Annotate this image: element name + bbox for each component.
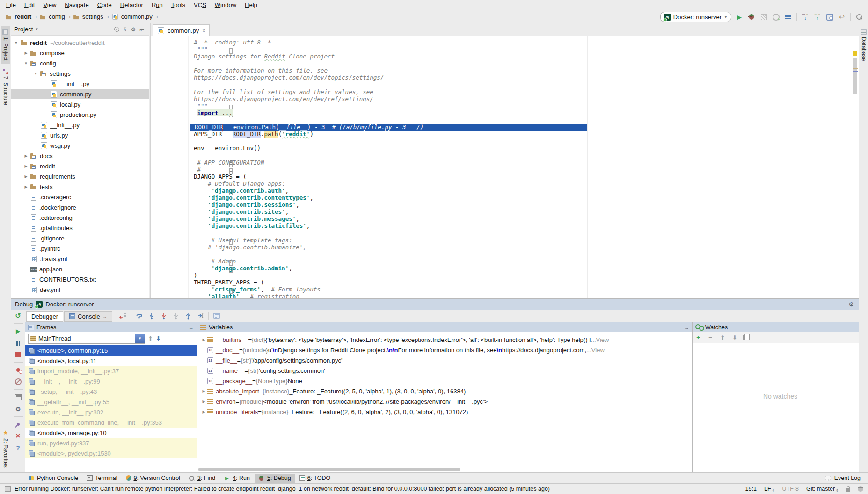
stripe-button-2-favorites[interactable]: 2: Favorites xyxy=(1,428,10,471)
status-message[interactable]: Error running Docker: runserver: Can't r… xyxy=(15,486,550,492)
menu-file[interactable]: File xyxy=(2,0,20,10)
tree-collapsed-arrow-icon[interactable]: ▶ xyxy=(22,154,30,158)
stripe-button-1-project[interactable]: 1: Project xyxy=(1,26,10,64)
code-line-5[interactable]: For more information on this file, see xyxy=(151,67,852,74)
tree-item-tests[interactable]: ▶tests xyxy=(11,182,149,192)
tree-item-.dockerignore[interactable]: .dockerignore xyxy=(11,202,149,212)
variable-row-__doc__[interactable]: __doc__ = {unicode} u'\nDjango settings … xyxy=(197,345,692,355)
toolwindow-toggle-icon[interactable] xyxy=(5,486,11,492)
tree-item-wsgi.py[interactable]: wsgi.py xyxy=(11,140,149,151)
stripe-button-database[interactable]: Database xyxy=(860,26,868,64)
next-frame-icon[interactable]: ⬇ xyxy=(156,335,161,342)
collapse-all-icon[interactable]: ⊼ xyxy=(121,25,129,34)
git-branch[interactable]: Git: master▲▼ xyxy=(806,486,839,492)
resume-icon[interactable] xyxy=(14,327,22,335)
lock-icon[interactable] xyxy=(846,488,850,492)
expand-arrow-icon[interactable]: ▶ xyxy=(200,410,207,414)
code-line-2[interactable]: −""" xyxy=(151,46,852,53)
file-encoding[interactable]: UTF-8 xyxy=(782,486,799,492)
tree-item-requirements[interactable]: ▶requirements xyxy=(11,171,149,182)
frame-row[interactable]: _setup, __init__.py:43 xyxy=(25,386,197,397)
code-line-9[interactable]: https://docs.djangoproject.com/en/dev/re… xyxy=(151,95,852,102)
code-line-36[interactable]: − 'crispy_forms', # Form layouts xyxy=(151,286,852,293)
tree-item-reddit[interactable]: ▼reddit~/cookiecutter/reddit xyxy=(11,37,149,48)
hide-panel-icon[interactable] xyxy=(138,25,146,34)
code-line-7[interactable] xyxy=(151,81,852,88)
frame-row[interactable]: <module>, pydevd.py:1530 xyxy=(25,448,197,458)
pin-arrow-icon[interactable]: → xyxy=(684,325,689,330)
tree-item-__init__.py[interactable]: __init__.py xyxy=(11,79,149,89)
locate-icon[interactable] xyxy=(112,25,121,34)
frame-row[interactable]: <module>, common.py:15 xyxy=(25,345,197,356)
undo-icon[interactable] xyxy=(837,12,847,22)
code-line-35[interactable]: THIRD_PARTY_APPS = ( xyxy=(151,279,852,286)
step-out-icon[interactable] xyxy=(182,311,194,321)
pause-icon[interactable] xyxy=(14,339,22,347)
code-line-1[interactable]: # -*- coding: utf-8 -*- xyxy=(151,39,852,46)
variable-row-__builtins__[interactable]: ▶__builtins__ = {dict} {'bytearray': <ty… xyxy=(197,334,692,345)
move-down-icon[interactable]: ⬇ xyxy=(731,334,738,341)
toolwindow-button-5-debug[interactable]: 5: Debug xyxy=(255,474,295,483)
step-into-icon[interactable] xyxy=(146,311,157,321)
code-line-11[interactable]: +import ... xyxy=(151,109,852,116)
inspection-status-icon[interactable] xyxy=(853,51,857,56)
vcs-update-icon[interactable]: VCS↓ xyxy=(800,12,810,22)
tree-item-docs[interactable]: ▶docs xyxy=(11,151,149,161)
coverage-icon[interactable] xyxy=(759,12,769,22)
tree-item-compose[interactable]: ▶compose xyxy=(11,48,149,58)
tree-collapsed-arrow-icon[interactable]: ▶ xyxy=(22,174,30,179)
code-line-27[interactable]: 'django.contrib.staticfiles', xyxy=(151,222,852,229)
run-configuration-select[interactable]: dj Docker: runserver ▼ xyxy=(660,12,731,22)
stop-icon[interactable] xyxy=(14,350,22,359)
evaluate-expression-icon[interactable] xyxy=(211,311,222,321)
expand-arrow-icon[interactable]: ▶ xyxy=(200,389,207,393)
tree-item-local.py[interactable]: local.py xyxy=(11,99,149,109)
add-watch-icon[interactable]: + xyxy=(694,334,702,341)
remove-watch-icon[interactable]: − xyxy=(707,334,714,341)
mute-breakpoints-icon[interactable] xyxy=(14,378,22,386)
toolwindow-button-6-todo[interactable]: 6: TODO xyxy=(296,474,335,483)
rerun-icon[interactable] xyxy=(14,312,22,320)
menu-code[interactable]: Code xyxy=(93,0,116,10)
chevron-down-icon[interactable]: ▼ xyxy=(135,334,145,343)
toolwindow-button-terminal[interactable]: Terminal xyxy=(83,474,121,483)
frame-row[interactable]: import_module, __init__.py:37 xyxy=(25,366,197,376)
close-icon[interactable] xyxy=(14,432,22,440)
menu-edit[interactable]: Edit xyxy=(20,0,39,10)
toolwindow-button-3-find[interactable]: 3: Find xyxy=(185,474,219,483)
breadcrumb-reddit[interactable]: reddit› xyxy=(5,13,37,21)
settings-icon[interactable] xyxy=(14,405,22,413)
tree-item-settings[interactable]: ▼settings xyxy=(11,68,149,79)
gear-icon[interactable] xyxy=(848,301,854,308)
tree-item-production.py[interactable]: production.py xyxy=(11,109,149,120)
menu-tools[interactable]: Tools xyxy=(167,0,190,10)
line-separator-indicator[interactable]: LF▲▼ xyxy=(764,486,775,492)
code-line-34[interactable]: ) xyxy=(151,272,852,279)
view-link[interactable]: View xyxy=(596,336,609,343)
toolwindow-button-4-run[interactable]: 4: Run xyxy=(220,474,254,483)
tree-expanded-arrow-icon[interactable]: ▼ xyxy=(12,41,20,45)
thread-select[interactable]: MainThread ▼ xyxy=(28,334,145,344)
editor-scrollbar[interactable] xyxy=(852,50,858,298)
code-line-37[interactable]: 'allauth', # registration xyxy=(151,293,852,298)
code-area[interactable]: # -*- coding: utf-8 -*-−"""Django settin… xyxy=(151,36,859,298)
history-icon[interactable] xyxy=(824,12,835,22)
tree-item-CONTRIBUTORS.txt[interactable]: CONTRIBUTORS.txt xyxy=(11,274,149,284)
pin-icon[interactable] xyxy=(14,420,22,429)
previous-frame-icon[interactable]: ⬆ xyxy=(148,335,153,342)
frame-row[interactable]: <module>, local.py:11 xyxy=(25,356,197,366)
tab-debugger[interactable]: Debugger xyxy=(26,311,63,322)
tree-item-.gitattributes[interactable]: .gitattributes xyxy=(11,223,149,233)
tree-collapsed-arrow-icon[interactable]: ▶ xyxy=(22,51,30,55)
tree-expanded-arrow-icon[interactable]: ▼ xyxy=(32,72,40,76)
menu-view[interactable]: View xyxy=(39,0,60,10)
restore-layout-icon[interactable] xyxy=(14,393,22,401)
force-step-into-icon[interactable] xyxy=(170,311,182,321)
tree-collapsed-arrow-icon[interactable]: ▶ xyxy=(22,185,30,189)
help-icon[interactable] xyxy=(14,443,22,452)
code-line-23[interactable]: 'django.contrib.contenttypes', xyxy=(151,194,852,201)
pin-arrow-icon[interactable]: → xyxy=(189,325,194,330)
code-line-8[interactable]: For the full list of settings and their … xyxy=(151,88,852,95)
profiler-icon[interactable] xyxy=(771,12,781,22)
toolwindow-button-9-version-control[interactable]: 9: Version Control xyxy=(122,474,184,483)
